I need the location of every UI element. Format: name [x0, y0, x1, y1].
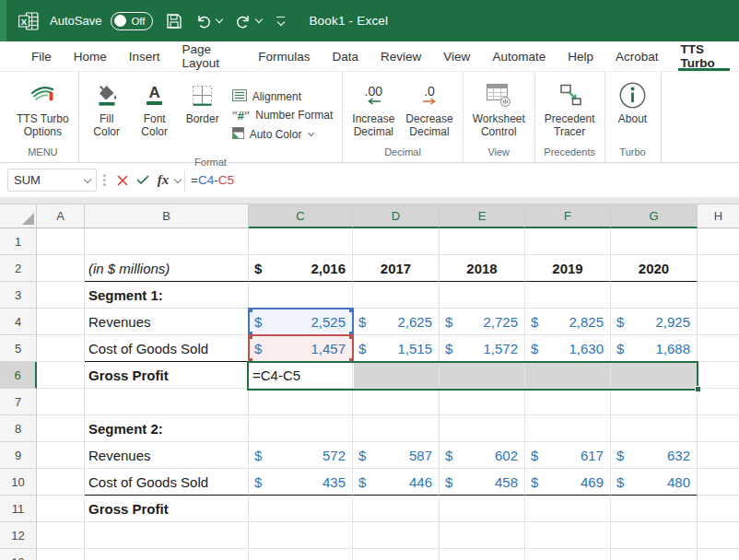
- decrease-decimal-button[interactable]: .0Decrease Decimal: [400, 76, 458, 140]
- column-header-a[interactable]: A: [37, 204, 85, 228]
- formula-bar-drag-handle[interactable]: [103, 174, 106, 186]
- cell-A9[interactable]: [37, 442, 85, 469]
- cell-H12[interactable]: [698, 522, 739, 549]
- cell-B7[interactable]: [85, 389, 249, 415]
- select-all-corner[interactable]: [0, 204, 37, 228]
- cell-B13[interactable]: [85, 549, 249, 560]
- cell-G3[interactable]: [611, 282, 698, 309]
- cell-F7[interactable]: [525, 389, 611, 415]
- cell-G12[interactable]: [611, 522, 698, 549]
- cell-B6[interactable]: Gross Profit: [85, 362, 249, 389]
- row-header-13[interactable]: 13: [0, 549, 37, 560]
- cell-E4[interactable]: $2,725: [440, 309, 525, 335]
- precedent-tracer-button[interactable]: Precedent Tracer: [539, 76, 601, 140]
- insert-function-button[interactable]: fx: [153, 169, 173, 192]
- cell-B10[interactable]: Cost of Goods Sold: [85, 469, 249, 496]
- cell-A2[interactable]: [37, 255, 85, 282]
- formula-bar-chevron-icon[interactable]: [174, 175, 182, 182]
- cell-C11[interactable]: [249, 496, 353, 522]
- fill-color-button[interactable]: Fill Color: [83, 76, 131, 140]
- enter-button[interactable]: [133, 169, 153, 192]
- row-header-1[interactable]: 1: [0, 228, 37, 255]
- cell-E7[interactable]: [440, 389, 525, 415]
- cell-A13[interactable]: [37, 549, 85, 560]
- cell-D9[interactable]: $587: [353, 442, 440, 469]
- cell-G4[interactable]: $2,925: [611, 309, 698, 335]
- cell-D2[interactable]: 2017: [353, 255, 440, 282]
- cell-D10[interactable]: $446: [353, 469, 440, 496]
- tab-page-layout[interactable]: Page Layout: [171, 41, 248, 71]
- cell-F1[interactable]: [525, 228, 611, 255]
- cancel-button[interactable]: [112, 169, 133, 192]
- alignment-button[interactable]: Alignment: [232, 89, 334, 104]
- tab-review[interactable]: Review: [370, 41, 432, 71]
- redo-dropdown-chevron[interactable]: [255, 16, 263, 23]
- column-header-c[interactable]: C: [249, 204, 353, 228]
- tab-formulas[interactable]: Formulas: [247, 41, 321, 71]
- row-header-9[interactable]: 9: [0, 442, 37, 469]
- autosave-toggle[interactable]: Off: [111, 12, 153, 30]
- cell-G2[interactable]: 2020: [611, 255, 698, 282]
- cell-H8[interactable]: [698, 415, 739, 442]
- cell-H7[interactable]: [698, 389, 739, 415]
- name-box[interactable]: SUM: [7, 169, 97, 192]
- formula-input[interactable]: =C4-C5: [191, 173, 234, 187]
- cell-B9[interactable]: Revenues: [85, 442, 249, 469]
- cell-D12[interactable]: [353, 522, 440, 549]
- cell-F11[interactable]: [525, 496, 611, 522]
- cell-A3[interactable]: [37, 282, 85, 309]
- cell-E1[interactable]: [440, 228, 525, 255]
- cell-C12[interactable]: [249, 522, 353, 549]
- tab-home[interactable]: Home: [63, 41, 118, 71]
- tab-insert[interactable]: Insert: [118, 41, 171, 71]
- cell-D13[interactable]: [353, 549, 440, 560]
- cell-H3[interactable]: [698, 282, 739, 309]
- cell-F10[interactable]: $469: [525, 469, 611, 496]
- cell-E8[interactable]: [440, 415, 525, 442]
- cell-F4[interactable]: $2,825: [525, 309, 611, 335]
- cell-E11[interactable]: [440, 496, 525, 522]
- cell-B4[interactable]: Revenues: [85, 309, 249, 335]
- cell-G6[interactable]: [611, 362, 698, 389]
- cell-G5[interactable]: $1,688: [611, 335, 698, 362]
- column-header-d[interactable]: D: [353, 204, 440, 228]
- cell-C1[interactable]: [249, 228, 353, 255]
- cell-H11[interactable]: [698, 496, 739, 522]
- number-format-button[interactable]: "#"Number Format: [232, 109, 334, 122]
- cell-C3[interactable]: [249, 282, 353, 309]
- cell-H4[interactable]: [698, 309, 739, 335]
- undo-dropdown-chevron[interactable]: [216, 16, 223, 23]
- cell-C5[interactable]: $1,457: [249, 335, 353, 362]
- column-header-f[interactable]: F: [525, 204, 611, 228]
- row-header-11[interactable]: 11: [0, 496, 37, 522]
- increase-decimal-button[interactable]: .00Increase Decimal: [346, 76, 400, 140]
- excel-logo-icon[interactable]: X: [18, 12, 39, 30]
- cell-C7[interactable]: [249, 389, 353, 415]
- cell-A10[interactable]: [37, 469, 85, 496]
- cell-E5[interactable]: $1,572: [440, 335, 525, 362]
- cell-E13[interactable]: [440, 549, 525, 560]
- name-box-chevron-icon[interactable]: [84, 175, 91, 182]
- cell-E10[interactable]: $458: [440, 469, 525, 496]
- column-header-h[interactable]: H: [698, 204, 739, 228]
- cell-H5[interactable]: [698, 335, 739, 362]
- cell-D5[interactable]: $1,515: [353, 335, 440, 362]
- cell-B8[interactable]: Segment 2:: [85, 415, 249, 442]
- cell-F13[interactable]: [525, 549, 611, 560]
- cell-G13[interactable]: [611, 549, 698, 560]
- cell-A6[interactable]: [37, 362, 85, 389]
- tab-tts-turbo[interactable]: TTS Turbo: [669, 41, 739, 71]
- cell-C13[interactable]: [249, 549, 353, 560]
- auto-color-button[interactable]: Auto Color: [232, 127, 334, 142]
- save-button[interactable]: [166, 13, 182, 29]
- cell-H6[interactable]: [698, 362, 739, 389]
- cell-C6[interactable]: =C4-C5: [249, 362, 353, 389]
- worksheet-control-button[interactable]: Worksheet Control: [467, 76, 531, 140]
- row-header-7[interactable]: 7: [0, 389, 37, 415]
- row-header-12[interactable]: 12: [0, 522, 37, 549]
- tab-help[interactable]: Help: [557, 41, 604, 71]
- cell-A12[interactable]: [37, 522, 85, 549]
- cell-D3[interactable]: [353, 282, 440, 309]
- row-header-4[interactable]: 4: [0, 309, 37, 335]
- cell-A5[interactable]: [37, 335, 85, 362]
